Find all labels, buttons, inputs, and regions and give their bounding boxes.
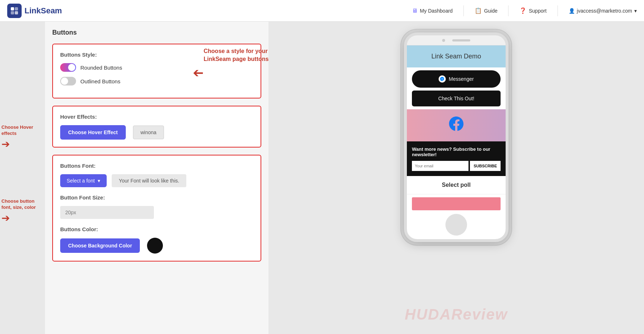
facebook-icon [414,117,498,134]
phone-messenger-btn[interactable]: Messenger [412,70,501,88]
phone-newsletter-text: Want more news? Subscribe to our newslet… [412,146,501,157]
user-icon: 👤 [569,8,575,14]
select-font-button[interactable]: Select a font ▾ [60,174,107,187]
phone-camera [442,39,445,42]
choose-hover-effect-button[interactable]: Choose Hover Effect [60,125,126,140]
phone-mockup: Link Seam Demo Messenger Check This Out! [404,32,508,242]
phone-speaker [452,39,470,41]
nav-guide[interactable]: 📋 Guide [475,7,497,14]
messenger-icon [439,75,446,83]
callout-arrow-icon: ➔ [193,65,204,80]
font-size-input[interactable] [60,206,154,219]
button-font-size-label: Button Font Size: [60,194,253,201]
phone-select-poll[interactable]: Select poll [407,176,506,194]
phone-pink-bar [412,197,501,210]
nav-support-label: Support [529,8,546,14]
nav-guide-label: Guide [484,8,497,14]
callout-text: Choose a style for your LinkSeam page bu… [204,47,268,63]
phone-screen: Link Seam Demo Messenger Check This Out! [407,45,506,239]
phone-messenger-label: Messenger [449,76,474,82]
rounded-buttons-row: Rounded Buttons [60,63,253,72]
hover-annotation: Choose Hover effects ➔ [1,124,45,150]
color-row: Choose Background Color [60,238,253,254]
svg-rect-0 [11,7,14,10]
nav-links: 🖥 My Dashboard 📋 Guide ❓ Support 👤 jvacc… [412,5,637,16]
newsletter-subscribe-btn[interactable]: SUBSCRIBE [470,161,501,171]
buttons-font-label: Buttons Font: [60,163,253,169]
phone-fb-section [407,109,506,141]
logo: LinkSeam [7,4,62,18]
font-annotation-text: Choose button font, size, color [1,198,45,211]
phone-bottom-button [445,214,467,236]
outlined-toggle-knob [61,78,68,85]
newsletter-form: SUBSCRIBE [412,161,501,171]
hover-row: Choose Hover Effect winona [60,125,253,140]
nav-dashboard-label: My Dashboard [420,8,453,14]
hover-annotation-text: Choose Hover effects [1,124,45,137]
panel-title: Buttons [52,29,261,36]
nav-user-label: jvaccess@marketro.com [577,8,632,14]
nav-divider-2 [508,5,508,16]
font-select-row: Select a font ▾ Your Font will look like… [60,174,253,187]
dashboard-icon: 🖥 [412,8,418,14]
rounded-toggle-knob [68,64,75,71]
guide-icon: 📋 [475,7,482,14]
rounded-toggle[interactable] [60,63,76,72]
newsletter-email-input[interactable] [412,161,468,171]
choose-bg-color-button[interactable]: Choose Background Color [60,238,140,253]
nav-divider-1 [463,5,464,16]
color-swatch [147,238,163,254]
right-panel: Link Seam Demo Messenger Check This Out! [268,22,644,334]
logo-icon [7,4,22,18]
hover-effects-section: Hover Effects: Choose Hover Effect winon… [52,106,261,148]
phone-page-title: Link Seam Demo [414,53,498,60]
watermark: HUDAReview [405,306,508,323]
center-panel: Buttons Buttons Style: Rounded Buttons [45,22,268,334]
outlined-toggle[interactable] [60,77,76,85]
svg-rect-1 [15,7,18,10]
font-annotation: Choose button font, size, color ➔ [1,198,45,224]
svg-rect-2 [11,11,14,14]
support-icon: ❓ [519,7,527,14]
dropdown-arrow-icon: ▾ [98,178,100,184]
phone-checkout-label: Check This Out! [438,96,474,101]
outlined-buttons-label: Outlined Buttons [80,78,120,84]
nav-support[interactable]: ❓ Support [519,7,546,14]
phone-header-bg: Link Seam Demo [407,45,506,67]
nav-divider-3 [558,5,558,16]
user-dropdown-icon: ▾ [634,8,637,14]
main-layout: Choose Hover effects ➔ Choose button fon… [0,22,644,334]
buttons-color-label: Buttons Color: [60,226,253,232]
svg-rect-3 [15,11,18,14]
logo-text: LinkSeam [25,6,62,16]
rounded-buttons-label: Rounded Buttons [80,65,122,71]
font-arrow-icon: ➔ [1,212,45,224]
nav-user[interactable]: 👤 jvaccess@marketro.com ▾ [569,8,637,14]
phone-newsletter: Want more news? Subscribe to our newslet… [407,141,506,176]
outlined-buttons-row: Outlined Buttons [60,77,253,85]
header: LinkSeam 🖥 My Dashboard 📋 Guide ❓ Suppor… [0,0,644,22]
hover-preview-button[interactable]: winona [133,126,164,139]
font-preview-text: Your Font will look like this. [112,174,187,187]
nav-dashboard[interactable]: 🖥 My Dashboard [412,8,453,14]
buttons-font-section: Buttons Font: Select a font ▾ Your Font … [52,155,261,262]
hover-arrow-icon: ➔ [1,138,45,150]
annotation-area: Choose Hover effects ➔ Choose button fon… [0,22,45,334]
select-font-label: Select a font [67,178,95,184]
phone-top-bar [407,35,506,45]
buttons-style-wrapper: Buttons Style: Rounded Buttons Outlined … [52,44,261,98]
hover-effects-label: Hover Effects: [60,114,253,120]
phone-checkout-btn[interactable]: Check This Out! [412,91,501,106]
